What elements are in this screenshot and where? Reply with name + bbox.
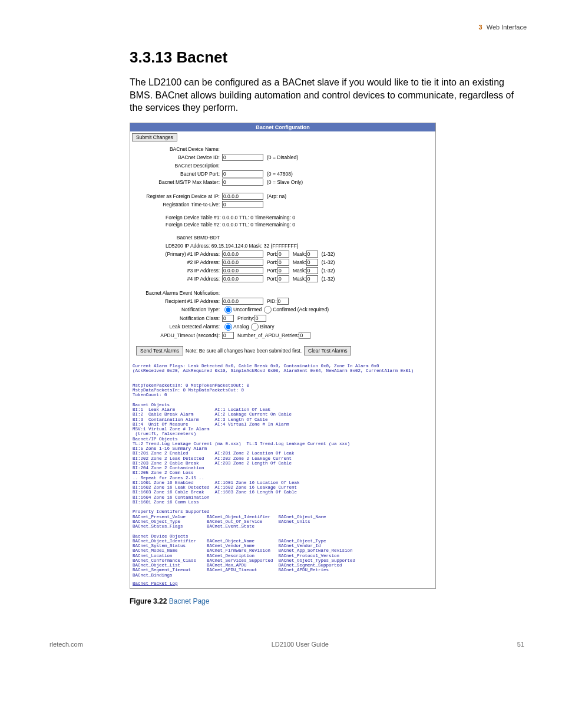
chapter-number: 3 <box>479 24 482 31</box>
bacnet-packet-log-link[interactable]: Bacnet Packet Log <box>133 581 178 586</box>
figure-text: Bacnet Page <box>169 597 210 605</box>
pid-input[interactable] <box>277 298 289 305</box>
footer-center: LD2100 User Guide <box>272 641 329 648</box>
foreign-device-2: Foreign Device Table #2: 0.0.0.0 TTL: 0 … <box>166 221 432 228</box>
apdu-retries-input[interactable] <box>299 332 310 339</box>
mstp-label: Bacnet MS/TP Max Master: <box>134 179 222 186</box>
reg-ttl-input[interactable] <box>222 201 263 208</box>
device-id-label: BACnet Device ID: <box>134 154 222 161</box>
ip3-input[interactable] <box>222 267 263 274</box>
port4-label: Port: <box>267 275 277 282</box>
notif-type-label: Notification Type: <box>134 306 222 313</box>
section-name: Web Interface <box>487 24 527 31</box>
notif-class-label: Notification Class: <box>134 315 222 322</box>
description-label: BACnet Description: <box>134 162 222 169</box>
footer-left: rletech.com <box>49 641 83 648</box>
binary-label: Binary <box>260 323 274 330</box>
device-name-label: BACnet Device Name: <box>134 146 222 153</box>
submit-changes-button[interactable]: Submit Changes <box>132 133 177 141</box>
ip2-label: #2 IP Address: <box>134 259 222 266</box>
figure-label: Figure 3.22 <box>130 597 167 605</box>
test-note: Note: Be sure all changes have been subm… <box>186 347 302 354</box>
send-test-alarms-button[interactable]: Send Test Alarms <box>136 346 183 355</box>
priority-label: Priority: <box>237 315 254 322</box>
figure-caption: Figure 3.22 Bacnet Page <box>130 597 527 605</box>
port3-input[interactable] <box>277 267 289 274</box>
mask3-hint: (1-32) <box>322 267 335 274</box>
ip3-label: #3 IP Address: <box>134 267 222 274</box>
foreign-device-1: Foreign Device Table #1: 0.0.0.0 TTL: 0 … <box>166 214 432 221</box>
mask2-label: Mask: <box>293 259 306 266</box>
port2-input[interactable] <box>277 259 289 266</box>
mask4-input[interactable] <box>306 275 318 282</box>
binary-radio[interactable] <box>251 323 259 331</box>
leak-alarms-label: Leak Detected Alarms: <box>134 323 222 330</box>
udp-port-input[interactable] <box>222 170 263 177</box>
analog-radio[interactable] <box>224 323 232 331</box>
ip4-label: #4 IP Address: <box>134 275 222 282</box>
apdu-retries-label: Number_of_APDU_Retries: <box>237 332 299 339</box>
alarms-header: Bacnet Alarms Event Notification: <box>134 289 222 297</box>
analog-label: Analog <box>233 323 249 330</box>
apdu-timeout-input[interactable] <box>222 332 234 339</box>
udp-port-label: Bacnet UDP Port: <box>134 170 222 177</box>
confirmed-radio[interactable] <box>264 306 272 314</box>
priority-input[interactable] <box>254 315 266 322</box>
footer-right: 51 <box>517 641 524 648</box>
mask3-label: Mask: <box>293 267 306 274</box>
port4-input[interactable] <box>277 275 289 282</box>
port1-input[interactable] <box>277 251 289 258</box>
reg-foreign-input[interactable] <box>222 193 263 200</box>
notif-class-input[interactable] <box>222 315 234 322</box>
bacnet-config-screenshot: Bacnet Configuration Submit Changes BACn… <box>130 123 436 589</box>
diagnostic-output: Current Alarm Flags: Leak Detected 0x0, … <box>133 364 433 578</box>
mask1-label: Mask: <box>293 251 306 258</box>
port1-label: Port: <box>267 251 277 258</box>
apdu-timeout-label: APDU_Timeout (seconds): <box>134 332 222 339</box>
port2-label: Port: <box>267 259 277 266</box>
config-title-bar: Bacnet Configuration <box>130 123 435 131</box>
mask1-hint: (1-32) <box>322 251 335 258</box>
device-id-hint: (0 = Disabled) <box>267 154 298 161</box>
document-page: 3 Web Interface 3.3.13 Bacnet The LD2100… <box>0 0 562 666</box>
reg-foreign-label: Register as Foreign Device at IP: <box>134 193 222 200</box>
mask1-input[interactable] <box>306 251 318 258</box>
mask2-input[interactable] <box>306 259 318 266</box>
clear-test-alarms-button[interactable]: Clear Test Alarms <box>304 346 351 355</box>
page-footer: rletech.com LD2100 User Guide 51 <box>47 641 527 648</box>
bbmd-header: Bacnet BBMD-BDT <box>134 234 222 241</box>
recipient-input[interactable] <box>222 298 263 305</box>
page-header: 3 Web Interface <box>47 24 527 31</box>
mask2-hint: (1-32) <box>322 259 335 266</box>
mstp-input[interactable] <box>222 179 263 186</box>
recipient-label: Recipient #1 IP Address: <box>134 298 222 305</box>
mstp-hint: (0 = Slave Only) <box>267 179 303 186</box>
port3-label: Port: <box>267 267 277 274</box>
ip2-input[interactable] <box>222 259 263 266</box>
primary-ip-input[interactable] <box>222 251 263 258</box>
mask4-hint: (1-32) <box>322 275 335 282</box>
device-id-input[interactable] <box>222 154 263 161</box>
mask3-input[interactable] <box>306 267 318 274</box>
unconfirmed-label: Unconfirmed <box>233 306 262 313</box>
intro-paragraph: The LD2100 can be configured as a BACnet… <box>130 76 527 114</box>
reg-foreign-hint: (Arp: na) <box>267 193 286 200</box>
ip4-input[interactable] <box>222 275 263 282</box>
section-title: 3.3.13 Bacnet <box>130 48 527 67</box>
primary-ip-label: (Primary) #1 IP Address: <box>134 251 222 258</box>
reg-ttl-label: Registration Time-to-Live: <box>134 201 222 208</box>
confirmed-label: Confirmed (Ack required) <box>273 306 329 313</box>
udp-port-hint: (0 = 47808) <box>267 170 293 177</box>
ld5200-line: LD5200 IP Address: 69.15.194.124.0 Mask:… <box>166 242 432 249</box>
mask4-label: Mask: <box>293 275 306 282</box>
pid-label: PID: <box>267 298 277 305</box>
unconfirmed-radio[interactable] <box>224 306 232 314</box>
